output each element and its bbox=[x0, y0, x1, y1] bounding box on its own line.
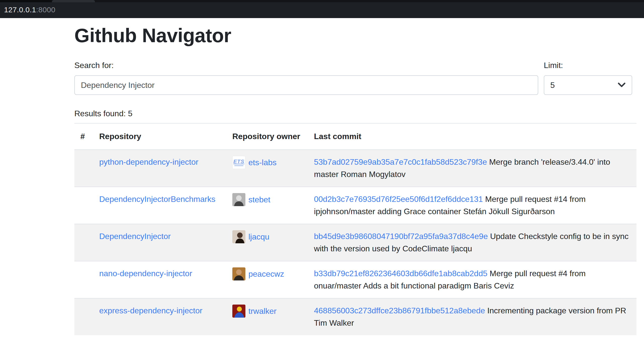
search-field-group: Search for: bbox=[74, 59, 538, 95]
browser-address-bar[interactable]: 127.0.0.1:8000 bbox=[0, 0, 644, 18]
browser-top-strip bbox=[0, 0, 644, 2]
main-content: Github Navigator Search for: Limit: 5 Re… bbox=[74, 24, 636, 335]
owner-link[interactable]: peacecwz bbox=[248, 268, 284, 280]
repo-link[interactable]: python-dependency-injector bbox=[99, 157, 198, 166]
owner-link[interactable]: ets-labs bbox=[248, 156, 277, 169]
owner-avatar-ets-logo: ETS bbox=[232, 156, 245, 169]
search-input[interactable] bbox=[74, 75, 538, 95]
index-cell bbox=[74, 150, 93, 187]
owner-link[interactable]: stebet bbox=[248, 194, 270, 206]
index-cell bbox=[74, 224, 93, 261]
repo-link[interactable]: DependencyInjector bbox=[99, 232, 171, 241]
commit-hash-link[interactable]: 53b7ad02759e9ab35a7e7c0c1fab58d523c79f3e bbox=[314, 157, 487, 166]
table-row: express-dependency-injector trwalker 468… bbox=[74, 298, 636, 335]
column-header-repository: Repository bbox=[93, 123, 226, 150]
owner-avatar bbox=[232, 230, 245, 243]
page-title: Github Navigator bbox=[74, 24, 636, 47]
index-cell bbox=[74, 298, 93, 335]
commit-hash-link[interactable]: 468856003c273dffce23b86791fbbe512a8ebede bbox=[314, 306, 485, 315]
results-table: # Repository Repository owner Last commi… bbox=[74, 123, 636, 335]
limit-select[interactable]: 5 bbox=[544, 75, 632, 95]
commit-hash-link[interactable]: bb45d9e3b98608047190bf72a95fa9a37d8c4e9e bbox=[314, 232, 488, 241]
table-row: DependencyInjectorBenchmarks stebet 00d2… bbox=[74, 187, 636, 224]
owner-link[interactable]: trwalker bbox=[248, 305, 277, 317]
table-header-row: # Repository Repository owner Last commi… bbox=[74, 123, 636, 150]
owner-link[interactable]: ljacqu bbox=[248, 231, 270, 243]
repo-link[interactable]: DependencyInjectorBenchmarks bbox=[99, 195, 215, 204]
url-text: 127.0.0.1:8000 bbox=[4, 2, 55, 18]
table-row: python-dependency-injector ETS ets-labs … bbox=[74, 150, 636, 187]
table-row: DependencyInjector ljacqu bb45d9e3b98608… bbox=[74, 224, 636, 261]
search-controls: Search for: Limit: 5 bbox=[74, 59, 636, 95]
commit-hash-link[interactable]: 00d2b3c7e76935d76f25ee50f6d1f2ef6ddce131 bbox=[314, 195, 483, 204]
column-header-last-commit: Last commit bbox=[308, 123, 636, 150]
browser-top-strip-dark bbox=[0, 0, 52, 2]
limit-field-group: Limit: 5 bbox=[544, 59, 632, 95]
repo-link[interactable]: nano-dependency-injector bbox=[99, 269, 192, 278]
index-cell bbox=[74, 187, 93, 224]
search-label: Search for: bbox=[74, 59, 538, 71]
url-host: 127.0.0.1 bbox=[4, 6, 36, 14]
commit-hash-link[interactable]: b33db79c21ef8262364603db66dfe1ab8cab2dd5 bbox=[314, 269, 487, 278]
index-cell bbox=[74, 261, 93, 298]
column-header-index: # bbox=[74, 123, 93, 150]
repo-link[interactable]: express-dependency-injector bbox=[99, 306, 202, 315]
browser-tab[interactable] bbox=[52, 0, 95, 2]
owner-avatar bbox=[232, 193, 245, 206]
column-header-owner: Repository owner bbox=[226, 123, 308, 150]
url-port: :8000 bbox=[36, 6, 56, 14]
results-summary: Results found: 5 bbox=[74, 107, 636, 120]
table-row: nano-dependency-injector peacecwz b33db7… bbox=[74, 261, 636, 298]
owner-avatar bbox=[232, 267, 245, 280]
limit-label: Limit: bbox=[544, 59, 632, 71]
owner-avatar bbox=[232, 305, 245, 318]
